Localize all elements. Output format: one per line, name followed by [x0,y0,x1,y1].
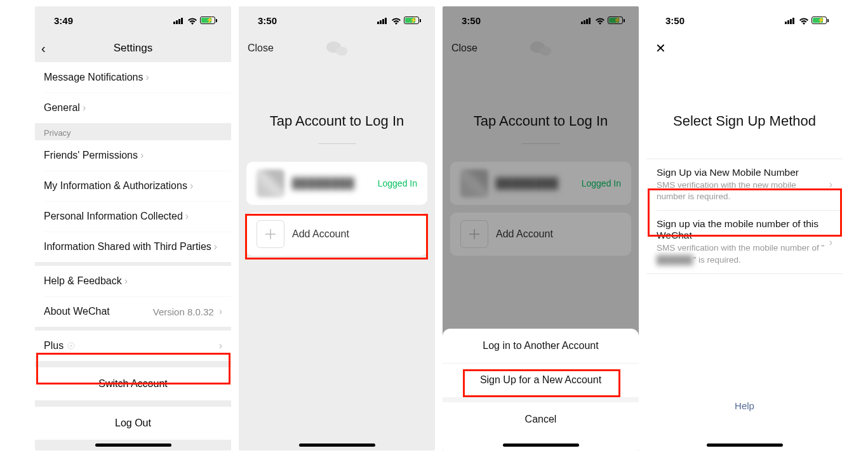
chevron-right-icon: › [83,102,86,114]
cell-label: Log Out [115,417,151,429]
sheet-label: Log in to Another Account [483,340,598,352]
option-subtitle: SMS verification with the new mobile num… [657,180,827,202]
status-time: 3:50 [665,15,684,26]
sheet-cancel[interactable]: Cancel [443,402,639,437]
cell-log-out[interactable]: Log Out [35,407,231,440]
wifi-icon [391,16,401,24]
wifi-icon [187,16,197,24]
cell-label: Message Notifications [44,72,144,83]
logged-in-label: Logged In [378,178,417,188]
signal-icon [785,16,796,24]
status-time: 3:49 [54,15,73,26]
sheet-login-another[interactable]: Log in to Another Account [443,329,639,363]
option-subtitle-part: SMS verification with the mobile number … [657,243,824,253]
cell-my-info-auth[interactable]: My Information & Authorizations› [35,171,231,201]
status-icons: ⚡ [785,16,829,24]
status-icons: ⚡ [377,16,421,24]
cell-message-notifications[interactable]: Message Notifications› [35,62,231,93]
back-button[interactable]: ‹ [41,41,46,56]
cell-about-wechat[interactable]: About WeChatVersion 8.0.32› [35,296,231,327]
chevron-right-icon: › [829,179,832,190]
signal-icon [173,16,185,24]
action-sheet: Log in to Another Account Sign Up for a … [443,329,639,450]
chevron-right-icon: › [219,340,222,352]
cell-plus[interactable]: Plus› [35,331,231,361]
cell-label: Switch Account [98,378,168,390]
section-header-privacy: Privacy [35,123,231,140]
cell-friends-permissions[interactable]: Friends' Permissions› [35,140,231,171]
chevron-right-icon: › [829,237,832,248]
battery-icon: ⚡ [200,16,217,24]
svg-point-1 [70,345,72,347]
cell-label: Friends' Permissions [44,150,138,161]
status-time: 3:50 [258,15,277,26]
chevron-right-icon: › [185,211,189,222]
cell-label: Plus [44,340,63,352]
add-account-row[interactable]: Add Account [246,213,427,256]
option-new-mobile[interactable]: Sign Up via New Mobile Number SMS verifi… [646,159,843,210]
home-indicator [299,444,375,447]
option-title: Sign Up via New Mobile Number [657,167,827,178]
cell-general[interactable]: General› [35,93,231,123]
cell-label: About WeChat [44,306,110,317]
help-link[interactable]: Help [646,400,843,411]
add-account-label: Add Account [292,228,349,240]
nav-bar: ‹ Settings [35,34,231,62]
screen-1-settings: 3:49 ⚡ ‹ Settings Message Notifications›… [35,6,231,450]
add-account-card: Add Account [246,213,427,256]
settings-list: Message Notifications› General› Privacy … [35,62,231,450]
cell-label: Personal Information Collected [44,211,183,222]
nav-bar: Close [239,34,435,62]
cell-label: Help & Feedback [44,275,122,287]
status-bar: 3:50 ⚡ [239,6,435,34]
close-icon[interactable]: ✕ [655,41,666,56]
chevron-right-icon: › [124,275,128,287]
nav-bar: ✕ [646,34,843,62]
option-subtitle: SMS verification with the mobile number … [657,242,827,265]
signal-icon [377,16,389,24]
chevron-right-icon: › [190,180,193,192]
chevron-right-icon: › [146,72,149,83]
help-label: Help [735,400,754,411]
account-name-masked: ████████ [292,178,378,189]
cell-personal-info-collected[interactable]: Personal Information Collected› [35,201,231,232]
chevron-right-icon: › [219,306,222,317]
home-indicator [503,444,579,447]
sheet-signup-new[interactable]: Sign Up for a New Account [443,363,639,397]
avatar [257,169,284,197]
masked-number: ██████ [657,254,693,266]
option-this-wechat-mobile[interactable]: Sign up via the mobile number of this We… [646,211,843,273]
sheet-label: Cancel [525,414,557,425]
plus-icon [257,220,284,248]
home-indicator [95,444,171,447]
option-subtitle-part: " is required. [693,255,740,265]
cell-help-feedback[interactable]: Help & Feedback› [35,266,231,296]
chevron-right-icon: › [214,241,217,253]
cell-info-shared-third-parties[interactable]: Information Shared with Third Parties› [35,232,231,262]
cell-switch-account[interactable]: Switch Account [35,367,231,400]
account-row-current[interactable]: ████████ Logged In [246,162,427,205]
close-button[interactable]: Close [248,43,274,54]
nav-title: Settings [35,42,231,55]
screen-3-action-sheet: 3:50 ⚡ Close Tap Account to Log In █████… [443,6,639,450]
battery-icon: ⚡ [404,16,421,24]
cell-label: My Information & Authorizations [44,180,187,192]
status-bar: 3:49 ⚡ [35,6,231,34]
account-card: ████████ Logged In [246,162,427,205]
page-title: Select Sign Up Method [646,113,843,129]
battery-icon: ⚡ [811,16,829,24]
home-indicator [707,444,783,447]
signup-options: Sign Up via New Mobile Number SMS verifi… [646,159,843,274]
wifi-icon [799,16,809,24]
tag-icon [67,342,75,350]
option-title: Sign up via the mobile number of this We… [657,218,827,241]
cell-label: Information Shared with Third Parties [44,241,211,253]
screen-4-signup-method: 3:50 ⚡ ✕ Select Sign Up Method Sign Up v… [646,6,843,450]
divider [318,143,356,144]
sheet-label: Sign Up for a New Account [480,374,601,386]
svg-point-3 [336,46,347,55]
cell-label: General [44,102,80,114]
wechat-logo-icon [326,39,349,61]
screen-2-switch-account: 3:50 ⚡ Close Tap Account to Log In █████… [239,6,435,450]
status-icons: ⚡ [173,16,217,24]
